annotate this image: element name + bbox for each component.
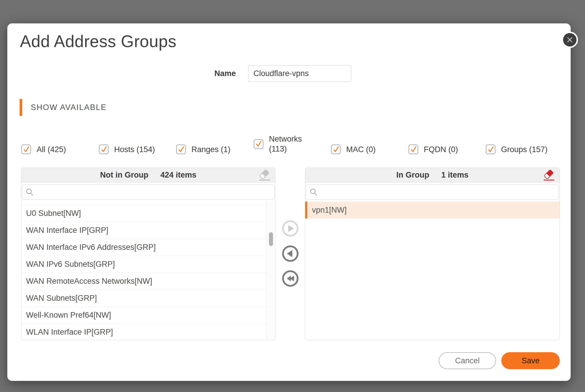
- right-search-box: [306, 185, 559, 200]
- cancel-button[interactable]: Cancel: [439, 352, 496, 369]
- check-icon: [487, 146, 495, 153]
- filter-label: Ranges (1): [191, 145, 231, 154]
- search-icon: [26, 188, 34, 196]
- close-button[interactable]: [562, 32, 578, 48]
- list-item[interactable]: WAN RemoteAccess Networks[NW]: [21, 273, 266, 290]
- search-icon: [310, 188, 318, 196]
- panel-title: Not in Group: [100, 171, 148, 180]
- show-available-section: SHOW AVAILABLE: [20, 99, 107, 116]
- section-accent-bar: [20, 99, 22, 116]
- checkbox-fqdn[interactable]: [409, 145, 418, 154]
- filter-networks: Networks (113): [254, 134, 306, 154]
- save-button[interactable]: Save: [501, 352, 560, 369]
- arrow-left-icon: [287, 250, 292, 257]
- checkbox-hosts[interactable]: [99, 145, 109, 154]
- left-search-input[interactable]: [22, 185, 275, 200]
- screen-background: Add Address Groups Name SHOW AVAILABLE A…: [0, 0, 585, 392]
- page-title: Add Address Groups: [20, 32, 176, 51]
- check-icon: [255, 140, 263, 148]
- scrollbar-thumb[interactable]: [269, 232, 273, 246]
- panel-count: 1 items: [441, 171, 469, 180]
- right-search-input[interactable]: [306, 185, 559, 200]
- list-item[interactable]: WAN Subnets[GRP]: [21, 290, 266, 307]
- eraser-icon: [259, 169, 269, 179]
- filter-fqdn: FQDN (0): [409, 145, 458, 154]
- panel-title: In Group: [396, 171, 429, 180]
- clear-group-button[interactable]: [543, 170, 555, 181]
- panel-count: 424 items: [160, 171, 196, 180]
- move-right-button[interactable]: [282, 220, 298, 237]
- checkbox-networks[interactable]: [254, 139, 263, 149]
- checkbox-all[interactable]: [21, 145, 31, 154]
- clear-selection-button[interactable]: [259, 170, 271, 181]
- filter-groups: Groups (157): [486, 145, 548, 154]
- list-item[interactable]: WAN Interface IPv6 Addresses[GRP]: [21, 239, 266, 256]
- close-icon: [566, 36, 574, 44]
- add-address-groups-dialog: Add Address Groups Name SHOW AVAILABLE A…: [7, 23, 571, 381]
- check-icon: [100, 146, 108, 153]
- filter-all: All (425): [21, 145, 66, 154]
- filter-label: Networks (113): [269, 134, 306, 154]
- check-icon: [332, 146, 340, 153]
- check-icon: [410, 146, 417, 153]
- filter-ranges: Ranges (1): [176, 145, 231, 154]
- in-group-panel: In Group 1 items vpn1[NW]: [305, 168, 560, 340]
- move-all-left-button[interactable]: [282, 270, 298, 287]
- filter-hosts: Hosts (154): [99, 145, 155, 154]
- list-item[interactable]: WLAN Interface IP[GRP]: [21, 324, 266, 340]
- name-label: Name: [171, 69, 236, 78]
- checkbox-mac[interactable]: [331, 145, 341, 154]
- checkbox-groups[interactable]: [486, 145, 495, 154]
- not-in-group-panel: Not in Group 424 items U0 Subnet[NW] WAN…: [21, 168, 275, 340]
- list-item[interactable]: WAN Interface IP[GRP]: [21, 222, 266, 239]
- name-input[interactable]: [248, 65, 351, 82]
- not-in-group-list: U0 Subnet[NW] WAN Interface IP[GRP] WAN …: [21, 202, 266, 340]
- filter-label: Groups (157): [501, 145, 548, 154]
- list-item[interactable]: U0 Subnet[NW]: [21, 205, 266, 222]
- left-search-box: [22, 185, 275, 200]
- not-in-group-header: Not in Group 424 items: [21, 168, 275, 183]
- filter-label: All (425): [37, 145, 66, 154]
- check-icon: [177, 146, 185, 153]
- checkbox-ranges[interactable]: [176, 145, 186, 154]
- list-item-partial: [21, 202, 266, 205]
- left-list-scrollbar[interactable]: [266, 202, 275, 340]
- list-item[interactable]: Well-Known Pref64[NW]: [21, 307, 266, 324]
- arrow-right-icon: [288, 225, 294, 232]
- filter-label: FQDN (0): [424, 145, 458, 154]
- check-icon: [23, 146, 30, 153]
- section-label: SHOW AVAILABLE: [31, 103, 107, 112]
- in-group-header: In Group 1 items: [305, 168, 560, 183]
- list-item[interactable]: WAN IPv6 Subnets[GRP]: [21, 256, 266, 273]
- move-left-button[interactable]: [282, 245, 298, 262]
- filter-mac: MAC (0): [331, 145, 376, 154]
- filter-label: Hosts (154): [114, 145, 155, 154]
- eraser-icon: [543, 169, 554, 179]
- selected-group-member[interactable]: vpn1[NW]: [305, 202, 560, 219]
- filter-label: MAC (0): [346, 145, 376, 154]
